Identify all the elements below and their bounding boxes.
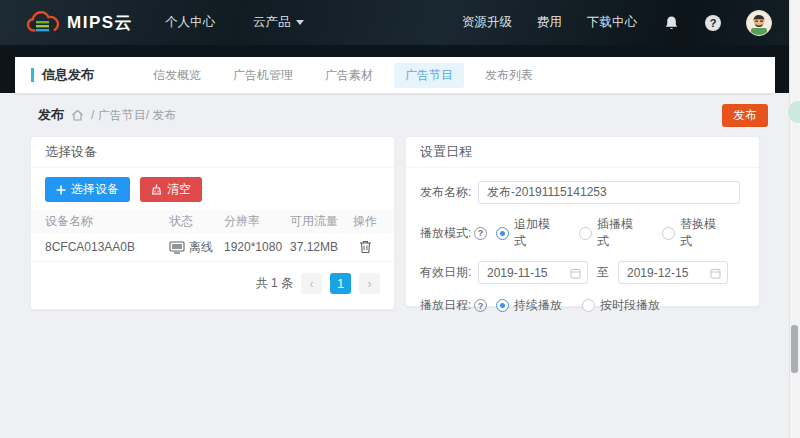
device-traffic: 37.12MB <box>290 240 348 254</box>
radio-button-icon <box>662 227 675 240</box>
radio-button-icon <box>496 299 509 312</box>
cloud-logo-icon <box>26 10 60 35</box>
publish-name-input[interactable] <box>478 181 740 204</box>
nav-menu: 个人中心 云产品 <box>165 14 304 31</box>
user-avatar[interactable] <box>746 10 772 36</box>
title-accent-bar <box>31 68 34 82</box>
calendar-icon <box>570 268 581 279</box>
pagination-next-button[interactable]: › <box>359 273 380 294</box>
device-pagination: 共 1 条 ‹ 1 › <box>31 262 394 294</box>
nav-item-billing[interactable]: 费用 <box>537 14 562 31</box>
tab-ad-program[interactable]: 广告节目 <box>394 63 464 88</box>
play-schedule-row: 播放日程: ? 持续播放 按时段播放 <box>420 297 745 314</box>
radio-label: 按时段播放 <box>600 297 660 314</box>
device-resolution: 1920*1080 <box>224 240 290 254</box>
tab-distribution-overview[interactable]: 信发概览 <box>142 63 212 88</box>
brand-name: MIPS云 <box>67 11 133 34</box>
play-schedule-label: 播放日程: <box>420 297 478 314</box>
schedule-panel-title: 设置日程 <box>406 137 759 168</box>
date-range-separator: 至 <box>597 264 609 281</box>
pagination-page-1[interactable]: 1 <box>330 273 351 294</box>
clear-devices-label: 清空 <box>167 181 191 198</box>
chevron-down-icon <box>296 20 304 25</box>
nav-right: 资源升级 费用 下载中心 ? <box>462 10 772 36</box>
header-resolution: 分辨率 <box>224 213 290 230</box>
module-tabbar: 信息发布 信发概览 广告机管理 广告素材 广告节目 发布列表 <box>15 57 775 93</box>
nav-item-label: 个人中心 <box>165 14 215 31</box>
device-actions: 选择设备 清空 <box>31 168 394 210</box>
valid-date-label: 有效日期: <box>420 264 478 281</box>
module-title: 信息发布 <box>31 66 94 84</box>
nav-item-download-center[interactable]: 下载中心 <box>587 14 637 31</box>
notification-bell-icon[interactable] <box>662 14 680 32</box>
tab-publish-list[interactable]: 发布列表 <box>474 63 544 88</box>
nav-item-label: 云产品 <box>253 14 291 31</box>
brand[interactable]: MIPS云 <box>26 10 133 35</box>
help-icon[interactable]: ? <box>705 15 721 31</box>
select-device-panel: 选择设备 选择设备 清空 设备名称 状态 分辨率 可用流量 操作 8CFCA <box>30 136 395 310</box>
radio-label: 追加模式 <box>514 216 559 250</box>
radio-button-icon <box>582 299 595 312</box>
delete-device-button[interactable] <box>359 240 372 254</box>
play-mode-help-icon[interactable]: ? <box>474 227 487 240</box>
publish-name-label: 发布名称: <box>420 184 478 201</box>
pagination-prev-button[interactable]: ‹ <box>301 273 322 294</box>
radio-timed-play[interactable]: 按时段播放 <box>582 297 660 314</box>
start-date-input[interactable]: 2019-11-15 <box>478 261 588 284</box>
select-device-panel-title: 选择设备 <box>31 137 394 168</box>
header-status: 状态 <box>169 213 224 230</box>
trash-icon <box>359 240 372 254</box>
end-date-input[interactable]: 2019-12-15 <box>618 261 728 284</box>
plus-icon <box>56 185 66 195</box>
broom-icon <box>151 184 162 195</box>
radio-label: 持续播放 <box>514 297 562 314</box>
module-title-text: 信息发布 <box>42 66 94 84</box>
clear-devices-button[interactable]: 清空 <box>140 177 202 202</box>
play-mode-label: 播放模式: <box>420 225 478 242</box>
schedule-settings-panel: 设置日程 发布名称: 播放模式: ? 追加模式 插播模式 替换模式 有效日期: <box>405 136 760 307</box>
schedule-form: 发布名称: 播放模式: ? 追加模式 插播模式 替换模式 有效日期: 2019-… <box>406 181 759 314</box>
nav-item-personal-center[interactable]: 个人中心 <box>165 14 215 31</box>
device-table-header: 设备名称 状态 分辨率 可用流量 操作 <box>31 210 394 233</box>
valid-date-row: 有效日期: 2019-11-15 至 2019-12-15 <box>420 261 745 284</box>
device-name: 8CFCA013AA0B <box>31 240 169 254</box>
publish-button[interactable]: 发布 <box>722 104 768 127</box>
page-title: 发布 <box>38 106 64 124</box>
radio-insert-mode[interactable]: 插播模式 <box>579 216 642 250</box>
calendar-icon <box>710 268 721 279</box>
radio-label: 插播模式 <box>597 216 642 250</box>
tab-ad-machine-management[interactable]: 广告机管理 <box>222 63 304 88</box>
header-operations: 操作 <box>348 213 382 230</box>
top-navbar: MIPS云 个人中心 云产品 资源升级 费用 下载中心 ? <box>0 0 800 45</box>
pagination-total: 共 1 条 <box>256 275 293 292</box>
breadcrumb-path: / 广告节目/ 发布 <box>91 107 176 124</box>
select-device-label: 选择设备 <box>71 181 119 198</box>
header-device-name: 设备名称 <box>31 213 169 230</box>
radio-button-icon <box>496 227 509 240</box>
nav-item-cloud-products[interactable]: 云产品 <box>253 14 304 31</box>
radio-append-mode[interactable]: 追加模式 <box>496 216 559 250</box>
play-schedule-help-icon[interactable]: ? <box>474 299 487 312</box>
radio-replace-mode[interactable]: 替换模式 <box>662 216 725 250</box>
play-mode-row: 播放模式: ? 追加模式 插播模式 替换模式 <box>420 216 745 250</box>
end-date-value: 2019-12-15 <box>627 266 688 280</box>
device-table-row: 8CFCA013AA0B 离线 1920*1080 37.12MB <box>31 233 394 262</box>
radio-continuous-play[interactable]: 持续播放 <box>496 297 562 314</box>
header-traffic: 可用流量 <box>290 213 348 230</box>
page-scrollbar-thumb[interactable] <box>791 325 798 373</box>
publish-name-row: 发布名称: <box>420 181 745 204</box>
module-tabs: 信发概览 广告机管理 广告素材 广告节目 发布列表 <box>142 63 544 88</box>
radio-button-icon <box>579 227 592 240</box>
breadcrumb: 发布 / 广告节目/ 发布 <box>38 104 176 126</box>
nav-item-resource-upgrade[interactable]: 资源升级 <box>462 14 512 31</box>
monitor-icon <box>169 241 185 254</box>
home-icon[interactable] <box>71 109 84 122</box>
start-date-value: 2019-11-15 <box>487 266 548 280</box>
select-device-button[interactable]: 选择设备 <box>45 177 130 202</box>
device-status: 离线 <box>169 239 224 256</box>
radio-label: 替换模式 <box>680 216 725 250</box>
device-status-label: 离线 <box>189 239 213 256</box>
tab-ad-material[interactable]: 广告素材 <box>314 63 384 88</box>
